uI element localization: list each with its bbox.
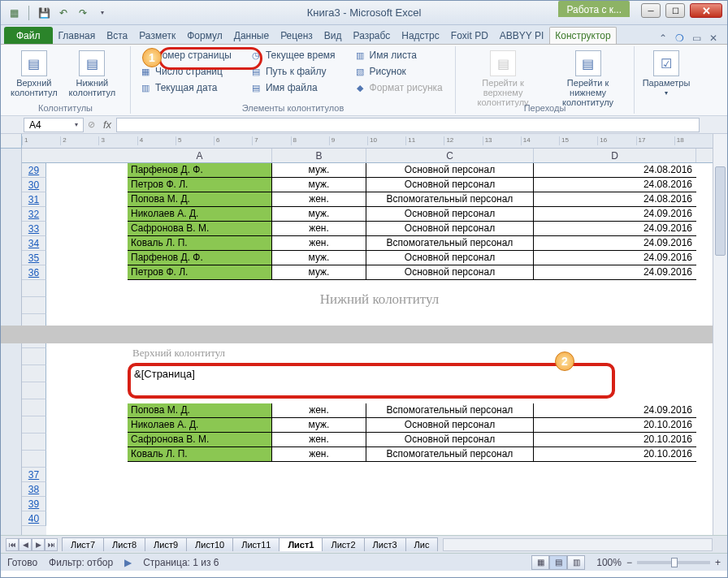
cell[interactable]: 20.10.2016 [534,418,696,432]
cell[interactable]: 24.08.2016 [534,163,696,177]
cell[interactable]: жен. [272,433,366,446]
cell[interactable]: 20.10.2016 [534,433,696,446]
row-header[interactable] [22,382,46,399]
doc-close-icon[interactable]: ✕ [709,32,717,44]
zoom-out-button[interactable]: − [626,557,632,568]
col-header[interactable]: D [534,149,696,162]
cell[interactable]: 24.09.2016 [534,222,696,235]
sheet-tab[interactable]: Лист2 [322,537,364,551]
cell[interactable]: Вспомогательный персонал [366,236,534,250]
sheet-tab[interactable]: Лист1 [279,537,323,551]
view-page-break-button[interactable]: ▥ [567,555,585,570]
view-normal-button[interactable]: ▦ [531,555,549,570]
macro-icon[interactable]: ▶ [124,557,132,568]
sheet-tab[interactable]: Лист7 [62,537,104,551]
cell[interactable]: 24.09.2016 [534,265,696,279]
minimize-button[interactable]: ─ [641,3,661,18]
cell[interactable]: 24.08.2016 [534,178,696,192]
tab-layout[interactable]: Разметк [133,27,181,44]
cell[interactable]: жен. [272,236,366,250]
cell[interactable]: 20.10.2016 [534,447,696,461]
tab-insert[interactable]: Вста [101,27,133,44]
goto-footer-button[interactable]: ▤ Перейти к нижнему колонтитулу [547,48,629,110]
row-header[interactable]: 38 [22,482,46,497]
row-header[interactable]: 31 [22,192,46,207]
row-header[interactable]: 35 [22,251,46,265]
tab-addins[interactable]: Надстрс [396,27,445,44]
row-header[interactable] [22,297,46,314]
row-header[interactable]: 40 [22,511,46,526]
cell[interactable]: 24.08.2016 [534,192,696,206]
sheet-tab[interactable]: Лист8 [103,537,145,551]
view-page-layout-button[interactable]: ▤ [549,555,567,570]
tab-prev-icon[interactable]: ◀ [19,538,32,551]
sheet-tab[interactable]: Лист3 [364,537,406,551]
row-header[interactable]: 39 [22,497,46,511]
cell[interactable]: Коваль Л. П. [128,447,272,461]
sheet-tab[interactable]: Лист10 [186,537,233,551]
cell[interactable]: Основной персонал [366,251,534,265]
sheet-name-button[interactable]: ▥Имя листа [350,48,446,63]
cell[interactable]: Петров Ф. Л. [128,265,272,279]
close-button[interactable]: ✕ [690,3,722,18]
cell[interactable]: Сафронова В. М. [128,433,272,446]
row-header[interactable] [22,280,46,297]
cell[interactable]: муж. [272,207,366,221]
cell[interactable]: Вспомогательный персонал [366,403,534,417]
cell[interactable]: Петров Ф. Л. [128,178,272,192]
row-header[interactable] [22,451,46,468]
select-all-corner[interactable] [1,134,22,149]
cell[interactable]: Попова М. Д. [128,192,272,206]
zoom-thumb[interactable] [671,558,678,567]
cell[interactable]: муж. [272,163,366,177]
row-header[interactable]: 34 [22,236,46,251]
cell[interactable]: жен. [272,447,366,461]
cell[interactable]: жен. [272,222,366,235]
cell[interactable]: муж. [272,251,366,265]
footer-placeholder[interactable]: Нижний колонтитул [46,280,713,326]
tab-abbyy[interactable]: ABBYY PI [494,27,549,44]
redo-icon[interactable]: ↷ [75,5,91,21]
help-icon[interactable]: ❍ [675,32,684,44]
cell[interactable]: жен. [272,192,366,206]
cell[interactable]: Вспомогательный персонал [366,192,534,206]
cell[interactable]: Парфенов Д. Ф. [128,251,272,265]
cell[interactable]: 24.09.2016 [534,403,696,417]
tab-data[interactable]: Данные [228,27,275,44]
col-header[interactable]: A [128,149,272,162]
row-header[interactable] [22,416,46,434]
formula-bar[interactable] [116,118,700,132]
row-header[interactable] [22,348,46,365]
col-header[interactable]: C [366,149,534,162]
tab-first-icon[interactable]: ⏮ [6,538,19,551]
cell[interactable]: Основной персонал [366,163,534,177]
sheet-tab[interactable]: Лист11 [232,537,280,551]
cell[interactable]: Основной персонал [366,222,534,235]
sheet-tab[interactable]: Лист9 [145,537,187,551]
doc-minimize-icon[interactable]: ▭ [692,32,701,44]
minimize-ribbon-icon[interactable]: ⌃ [659,32,667,44]
row-header[interactable] [22,399,46,416]
cell[interactable]: 24.09.2016 [534,251,696,265]
tab-review[interactable]: Реценз [275,27,318,44]
sheet-tab[interactable]: Лис [405,537,439,551]
horizontal-scrollbar[interactable] [443,538,713,551]
tab-view[interactable]: Вид [318,27,348,44]
cell[interactable]: муж. [272,178,366,192]
zoom-level[interactable]: 100% [596,557,622,568]
cell[interactable]: Николаев А. Д. [128,207,272,221]
row-header[interactable] [22,434,46,451]
file-name-button[interactable]: ▤Имя файла [246,80,339,95]
tab-last-icon[interactable]: ⏭ [45,538,58,551]
cell[interactable]: Парфенов Д. Ф. [128,163,272,177]
cell[interactable]: Основной персонал [366,433,534,446]
cell[interactable]: Основной персонал [366,207,534,221]
undo-icon[interactable]: ↶ [55,5,72,21]
cell[interactable]: 24.09.2016 [534,207,696,221]
vertical-scrollbar[interactable] [713,134,727,535]
tab-formulas[interactable]: Формул [181,27,228,44]
save-icon[interactable]: 💾 [36,5,52,21]
col-header[interactable]: B [272,149,366,162]
cell[interactable]: Основной персонал [366,178,534,192]
row-header[interactable]: 37 [22,468,46,482]
